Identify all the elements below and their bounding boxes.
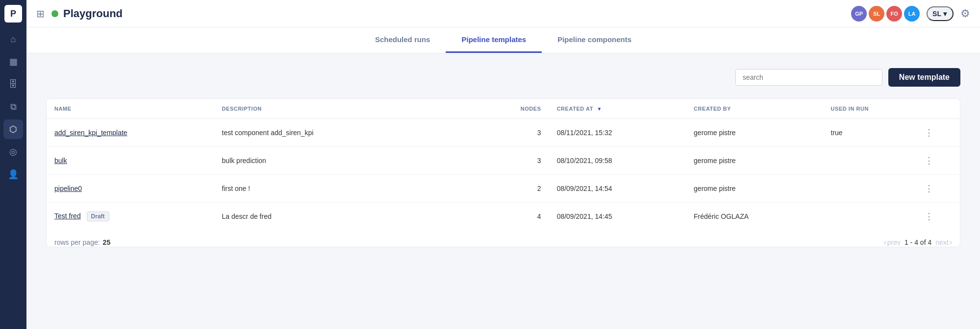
page-title: Playground [63,7,851,20]
table-row: add_siren_kpi_template test component ad… [47,119,960,147]
cell-created-by: gerome pistre [686,119,823,147]
table-row: Test fred Draft La descr de fred 4 08/09… [47,203,960,231]
row-actions-button[interactable]: ⋮ [922,182,936,195]
user-menu-button[interactable]: SL ▾ [927,6,954,21]
cell-nodes: 3 [488,119,549,147]
sidebar-item-targeting[interactable]: ◎ [3,142,23,162]
sidebar: P ⌂ ▦ 🗄 ⧉ ⬡ ◎ 👤 [0,0,26,329]
col-header-actions [914,99,960,119]
avatar-fo[interactable]: FO [886,6,902,22]
cell-actions: ⋮ [914,203,960,231]
template-link[interactable]: bulk [54,157,67,164]
cell-description: first one ! [214,175,488,203]
cell-used-in-run [823,203,914,231]
settings-icon[interactable]: ⚙ [960,7,970,20]
cell-nodes: 4 [488,203,549,231]
cell-used-in-run [823,147,914,175]
col-header-created-at[interactable]: CREATED AT ▼ [549,99,686,119]
next-page-button[interactable]: next › [935,238,952,247]
cell-nodes: 3 [488,147,549,175]
sidebar-item-dashboard[interactable]: ▦ [3,52,23,71]
table-row: bulk bulk prediction 3 08/10/2021, 09:58… [47,147,960,175]
row-actions-button[interactable]: ⋮ [922,126,936,140]
chevron-down-icon: ▾ [943,10,947,18]
cell-used-in-run: true [823,119,914,147]
cell-actions: ⋮ [914,147,960,175]
tab-scheduled-runs[interactable]: Scheduled runs [359,27,446,53]
content-toolbar: New template [46,68,960,87]
prev-page-button[interactable]: ‹ prev [883,238,901,247]
tab-pipeline-components[interactable]: Pipeline components [542,27,647,53]
rows-per-page-label: rows per page: [54,238,100,246]
cell-actions: ⋮ [914,175,960,203]
cell-name: Test fred Draft [47,203,214,231]
cell-created-by: gerome pistre [686,147,823,175]
avatar-la[interactable]: LA [904,6,920,22]
template-link[interactable]: add_siren_kpi_template [54,129,127,137]
collaborator-avatars: GP SL FO LA [851,6,920,22]
draft-badge: Draft [87,212,109,221]
cell-name: pipeline0 [47,175,214,203]
cell-created-by: gerome pistre [686,175,823,203]
row-actions-button[interactable]: ⋮ [922,154,936,167]
cell-created-at: 08/09/2021, 14:54 [549,175,686,203]
sidebar-item-home[interactable]: ⌂ [3,29,23,49]
chevron-left-icon: ‹ [883,238,886,247]
pipelines-icon: ⬡ [9,125,17,134]
tab-pipeline-templates[interactable]: Pipeline templates [446,27,542,53]
cell-nodes: 2 [488,175,549,203]
new-template-button[interactable]: New template [888,68,960,87]
sort-desc-icon: ▼ [597,106,602,112]
row-actions-button[interactable]: ⋮ [922,210,936,223]
database-icon: 🗄 [9,80,18,89]
cell-created-at: 08/11/2021, 15:32 [549,119,686,147]
main-area: ⊞ Playground GP SL FO LA SL ▾ ⚙ Schedule… [26,0,980,329]
user-initials: SL [932,10,941,18]
cell-description: test component add_siren_kpi [214,119,488,147]
users-icon: 👤 [8,170,19,179]
cell-name: bulk [47,147,214,175]
table-row: pipeline0 first one ! 2 08/09/2021, 14:5… [47,175,960,203]
topbar-grid-icon[interactable]: ⊞ [36,8,45,20]
copy-icon: ⧉ [10,102,17,111]
topbar: ⊞ Playground GP SL FO LA SL ▾ ⚙ [26,0,980,27]
app-logo[interactable]: P [4,5,22,23]
avatar-sl[interactable]: SL [869,6,884,22]
pagination-controls: ‹ prev 1 - 4 of 4 next › [883,238,952,247]
cell-created-by: Frédéric OGLAZA [686,203,823,231]
col-header-description: DESCRIPTION [214,99,488,119]
search-input[interactable] [735,69,882,86]
cell-name: add_siren_kpi_template [47,119,214,147]
tabs-bar: Scheduled runs Pipeline templates Pipeli… [26,27,980,53]
template-link[interactable]: Test fred [54,212,81,220]
pipeline-templates-table: NAME DESCRIPTION NODES CREATED AT ▼ [46,98,960,247]
col-header-used-in-run: USED IN RUN [823,99,914,119]
content-area: New template NAME DESCRIPTION NODES [26,53,980,329]
col-header-created-by: CREATED BY [686,99,823,119]
cell-description: bulk prediction [214,147,488,175]
col-header-nodes: NODES [488,99,549,119]
cell-used-in-run [823,175,914,203]
sidebar-item-copies[interactable]: ⧉ [3,97,23,117]
sidebar-item-pipelines[interactable]: ⬡ [3,119,23,139]
cell-created-at: 08/10/2021, 09:58 [549,147,686,175]
sidebar-item-users[interactable]: 👤 [3,164,23,184]
table-header-row: NAME DESCRIPTION NODES CREATED AT ▼ [47,99,960,119]
targeting-icon: ◎ [9,147,17,156]
col-header-name: NAME [47,99,214,119]
chevron-right-icon: › [950,238,952,247]
page-info: 1 - 4 of 4 [905,238,931,246]
cell-created-at: 08/09/2021, 14:45 [549,203,686,231]
pagination-bar: rows per page: 25 ‹ prev 1 - 4 of 4 next… [47,230,960,247]
status-dot [51,10,58,17]
grid-icon: ▦ [9,57,18,66]
cell-description: La descr de fred [214,203,488,231]
home-icon: ⌂ [11,35,16,44]
sidebar-item-data[interactable]: 🗄 [3,74,23,94]
template-link[interactable]: pipeline0 [54,185,82,192]
cell-actions: ⋮ [914,119,960,147]
rows-per-page-value: 25 [103,238,111,246]
avatar-gp[interactable]: GP [851,6,867,22]
